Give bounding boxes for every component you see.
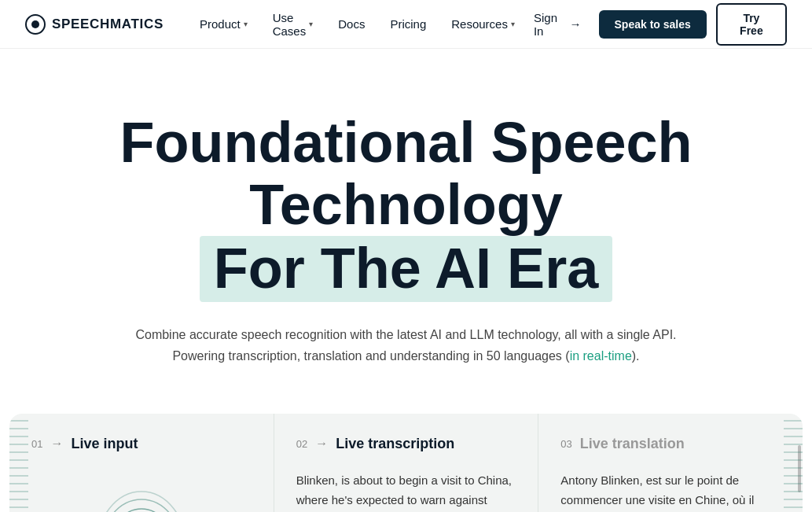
hero-title: Foundational Speech Technology For The A… bbox=[31, 112, 781, 302]
hero-subtitle: Combine accurate speech recognition with… bbox=[131, 324, 682, 367]
arrow-icon-1: → bbox=[50, 436, 63, 451]
waveform-icon bbox=[94, 487, 189, 512]
demo-col-live-input: 01 → Live input bbox=[9, 414, 274, 512]
logo-text: SPEECHMATICS bbox=[52, 17, 164, 32]
hero-title-line2: For The AI Era bbox=[200, 236, 612, 301]
hero-section: Foundational Speech Technology For The A… bbox=[0, 49, 812, 414]
col-num-2: 02 bbox=[296, 438, 307, 450]
col-title-1: Live input bbox=[71, 436, 138, 452]
svg-point-5 bbox=[108, 509, 175, 512]
nav-item-usecases[interactable]: Use Cases ▾ bbox=[262, 6, 325, 42]
svg-point-6 bbox=[101, 499, 182, 512]
live-input-visual bbox=[31, 471, 252, 512]
sign-in-button[interactable]: Sign In → bbox=[526, 6, 590, 42]
translation-text: Antony Blinken, est sur le point de comm… bbox=[560, 471, 781, 512]
transcription-text: Blinken, is about to begin a visit to Ch… bbox=[296, 471, 516, 512]
speak-to-sales-button[interactable]: Speak to sales bbox=[599, 10, 707, 39]
scrollbar-thumb bbox=[798, 445, 801, 492]
svg-point-1 bbox=[31, 20, 39, 28]
hero-title-line1: Foundational Speech Technology bbox=[31, 112, 781, 236]
col-num-1: 01 bbox=[31, 438, 42, 450]
chevron-down-icon: ▾ bbox=[244, 20, 248, 28]
chevron-down-icon: ▾ bbox=[309, 20, 313, 28]
realtime-link[interactable]: in real-time bbox=[570, 349, 632, 363]
logo[interactable]: SPEECHMATICS bbox=[25, 14, 164, 35]
demo-col-transcription: 02 → Live transcription Blinken, is abou… bbox=[274, 414, 539, 512]
nav-links: Product ▾ Use Cases ▾ Docs Pricing Resou… bbox=[189, 6, 526, 42]
nav-item-pricing[interactable]: Pricing bbox=[379, 13, 437, 35]
col-num-3: 03 bbox=[560, 438, 571, 450]
col-title-2: Live transcription bbox=[336, 436, 454, 452]
chevron-down-icon: ▾ bbox=[511, 20, 515, 28]
scrollbar[interactable] bbox=[796, 414, 803, 512]
demo-section: 01 → Live input 02 → bbox=[9, 414, 803, 512]
navbar: SPEECHMATICS Product ▾ Use Cases ▾ Docs … bbox=[0, 0, 812, 49]
nav-item-resources[interactable]: Resources ▾ bbox=[440, 13, 526, 35]
nav-item-docs[interactable]: Docs bbox=[327, 13, 376, 35]
try-free-button[interactable]: Try Free bbox=[716, 3, 787, 46]
col-title-3: Live translation bbox=[580, 436, 685, 452]
nav-item-product[interactable]: Product ▾ bbox=[189, 13, 259, 35]
demo-columns: 01 → Live input 02 → bbox=[9, 414, 803, 512]
arrow-right-icon: → bbox=[570, 17, 582, 31]
nav-right: Sign In → Speak to sales Try Free bbox=[526, 3, 787, 46]
arrow-icon-2: → bbox=[315, 436, 328, 451]
logo-icon bbox=[25, 14, 46, 35]
demo-col-translation: 03 Live translation Antony Blinken, est … bbox=[538, 414, 803, 512]
